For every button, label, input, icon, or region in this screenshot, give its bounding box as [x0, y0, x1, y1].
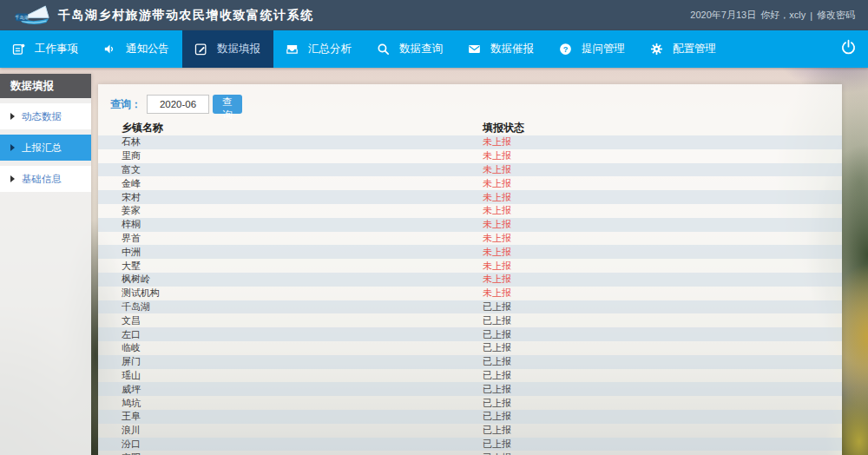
town-name: 金峰 — [122, 177, 483, 190]
town-name: 测试机构 — [122, 287, 483, 300]
town-name: 鸠坑 — [122, 397, 483, 410]
row-status: 未上报 — [483, 260, 842, 273]
change-password-link[interactable]: 修改密码 — [817, 9, 855, 22]
nav-item-label: 汇总分析 — [308, 42, 352, 56]
sidebar-item-3[interactable]: 基础信息 — [0, 166, 91, 192]
table-row: 石林未上报 — [98, 135, 842, 149]
row-status: 已上报 — [483, 314, 842, 327]
search-icon — [376, 42, 391, 56]
table-row: 富文未上报 — [98, 163, 842, 177]
town-name: 千岛湖 — [122, 300, 483, 313]
row-status: 未上报 — [483, 232, 842, 245]
table-row: 王阜已上报 — [98, 410, 842, 424]
row-status: 未上报 — [483, 204, 842, 217]
town-name: 富文 — [122, 163, 483, 176]
town-name: 文昌 — [122, 314, 483, 327]
query-button[interactable]: 查询 — [213, 95, 242, 114]
divider: | — [810, 10, 812, 21]
nav-item-label: 工作事项 — [35, 42, 78, 56]
table-row: 测试机构未上报 — [98, 287, 842, 300]
town-name: 王阜 — [122, 410, 483, 423]
table-row: 浪川已上报 — [98, 424, 842, 438]
town-name: 安阳 — [122, 452, 483, 455]
row-status: 已上报 — [483, 452, 842, 455]
column-town-name: 乡镇名称 — [122, 121, 483, 135]
table-row: 瑶山已上报 — [98, 369, 842, 383]
nav-item-8[interactable]: 配置管理 — [638, 30, 729, 68]
greeting-label: 你好，xcly — [760, 9, 806, 22]
nav-item-7[interactable]: ?提问管理 — [547, 30, 638, 68]
row-status: 未上报 — [483, 177, 842, 190]
topbar-user-area: 2020年7月13日 你好，xcly | 修改密码 — [690, 0, 855, 30]
row-status: 已上报 — [483, 328, 842, 341]
chevron-right-icon — [10, 113, 15, 120]
tasks-icon — [11, 42, 26, 56]
table-row: 左口已上报 — [98, 327, 842, 341]
nav-item-4[interactable]: 汇总分析 — [273, 30, 365, 68]
sidebar-item-1[interactable]: 动态数据 — [0, 103, 91, 129]
table-row: 中洲未上报 — [98, 245, 842, 259]
row-status: 已上报 — [483, 438, 842, 451]
archive-icon — [285, 42, 299, 56]
row-status: 已上报 — [483, 410, 842, 423]
nav-item-label: 提问管理 — [582, 42, 625, 56]
table-row: 文昌已上报 — [98, 313, 842, 327]
nav-item-6[interactable]: 数据催报 — [456, 30, 547, 68]
town-name: 临岐 — [122, 341, 483, 354]
nav-item-3[interactable]: 数据填报 — [182, 30, 273, 68]
town-name: 汾口 — [122, 438, 483, 451]
query-month-input[interactable] — [147, 95, 209, 114]
sidebar-title: 数据填报 — [0, 74, 91, 98]
row-status: 已上报 — [483, 383, 842, 396]
mail-icon — [467, 42, 482, 56]
nav-item-label: 数据催报 — [490, 42, 534, 56]
megaphone-icon — [102, 42, 117, 56]
svg-text:千岛湖: 千岛湖 — [15, 15, 29, 21]
table-row: 千岛湖已上报 — [98, 300, 842, 314]
main-nav: 工作事项通知公告数据填报汇总分析数据查询数据催报?提问管理配置管理 — [0, 30, 868, 68]
table-row: 大墅未上报 — [98, 259, 842, 273]
row-status: 未上报 — [483, 135, 842, 148]
gear-icon — [649, 42, 664, 56]
town-name: 左口 — [122, 328, 483, 341]
row-status: 已上报 — [483, 300, 842, 313]
row-status: 未上报 — [483, 287, 842, 300]
power-icon — [839, 38, 858, 60]
town-name: 里商 — [122, 149, 483, 162]
row-status: 未上报 — [483, 163, 842, 176]
row-status: 未上报 — [483, 191, 842, 204]
nav-item-label: 数据查询 — [399, 42, 443, 56]
table-row: 里商未上报 — [98, 149, 842, 163]
nav-item-label: 配置管理 — [673, 42, 716, 56]
edit-icon — [194, 42, 208, 56]
town-name: 中洲 — [122, 246, 483, 259]
column-report-status: 填报状态 — [483, 121, 842, 135]
svg-text:?: ? — [563, 45, 569, 54]
table-row: 姜家未上报 — [98, 204, 842, 218]
table-row: 枫树岭未上报 — [98, 273, 842, 287]
nav-item-1[interactable]: 工作事项 — [0, 30, 91, 68]
town-name: 姜家 — [122, 204, 483, 217]
town-name: 大墅 — [122, 260, 483, 273]
row-status: 未上报 — [483, 149, 842, 162]
sidebar-item-label: 上报汇总 — [22, 142, 62, 155]
row-status: 未上报 — [483, 246, 842, 259]
table-row: 汾口已上报 — [98, 438, 842, 452]
main-panel: 查询： 查询 乡镇名称 填报状态 石林未上报里商未上报富文未上报金峰未上报宋村未… — [98, 84, 842, 455]
row-status: 已上报 — [483, 424, 842, 437]
town-name: 浪川 — [122, 424, 483, 437]
town-name: 枫树岭 — [122, 273, 483, 286]
table-row: 金峰未上报 — [98, 176, 842, 190]
nav-item-2[interactable]: 通知公告 — [91, 30, 182, 68]
town-name: 瑶山 — [122, 369, 483, 382]
nav-item-5[interactable]: 数据查询 — [365, 30, 456, 68]
row-status: 已上报 — [483, 369, 842, 382]
town-name: 界首 — [122, 232, 483, 245]
sidebar-item-2[interactable]: 上报汇总 — [0, 135, 91, 161]
town-name: 威坪 — [122, 383, 483, 396]
logout-button[interactable] — [834, 30, 863, 68]
table-row: 威坪已上报 — [98, 382, 842, 396]
table-row: 梓桐未上报 — [98, 218, 842, 232]
town-name: 石林 — [122, 135, 483, 148]
app-logo-icon: 千岛湖 — [14, 3, 52, 27]
